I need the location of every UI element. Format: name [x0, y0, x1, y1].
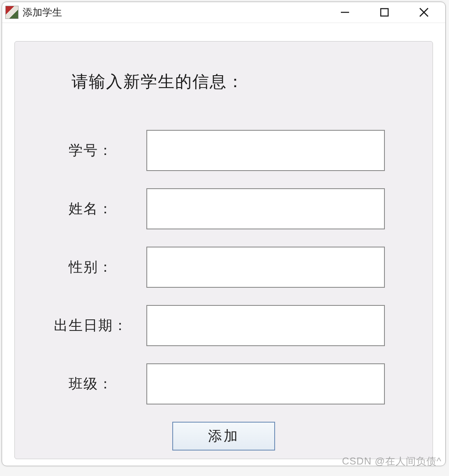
input-class[interactable] — [146, 363, 385, 404]
row-student-id: 学号： — [39, 130, 408, 171]
input-gender[interactable] — [146, 247, 385, 288]
window-controls — [335, 4, 434, 21]
window-title: 添加学生 — [23, 6, 335, 19]
row-class: 班级： — [39, 363, 408, 404]
label-name: 姓名： — [39, 199, 142, 218]
close-icon — [418, 6, 430, 18]
titlebar: 添加学生 — [2, 2, 445, 23]
maximize-button[interactable] — [375, 4, 394, 21]
minimize-icon — [339, 7, 351, 18]
label-student-id: 学号： — [39, 141, 142, 160]
add-button[interactable]: 添加 — [172, 422, 275, 451]
app-window: 添加学生 请输入新学生的信息： 学号： 姓名： 性别： — [2, 2, 446, 466]
input-student-id[interactable] — [146, 130, 385, 171]
minimize-button[interactable] — [335, 4, 355, 21]
button-row: 添加 — [39, 422, 408, 451]
svg-rect-1 — [381, 9, 388, 16]
row-name: 姓名： — [39, 188, 408, 229]
close-button[interactable] — [414, 4, 434, 21]
input-name[interactable] — [146, 188, 385, 229]
row-gender: 性别： — [39, 247, 408, 288]
input-birthdate[interactable] — [146, 305, 385, 346]
content-panel: 请输入新学生的信息： 学号： 姓名： 性别： 出生日期： 班级： 添加 — [14, 41, 433, 459]
label-birthdate: 出生日期： — [39, 316, 142, 335]
label-class: 班级： — [39, 374, 142, 393]
form-heading: 请输入新学生的信息： — [72, 70, 408, 93]
row-birthdate: 出生日期： — [39, 305, 408, 346]
maximize-icon — [380, 7, 389, 17]
app-icon — [5, 6, 19, 19]
label-gender: 性别： — [39, 258, 142, 277]
